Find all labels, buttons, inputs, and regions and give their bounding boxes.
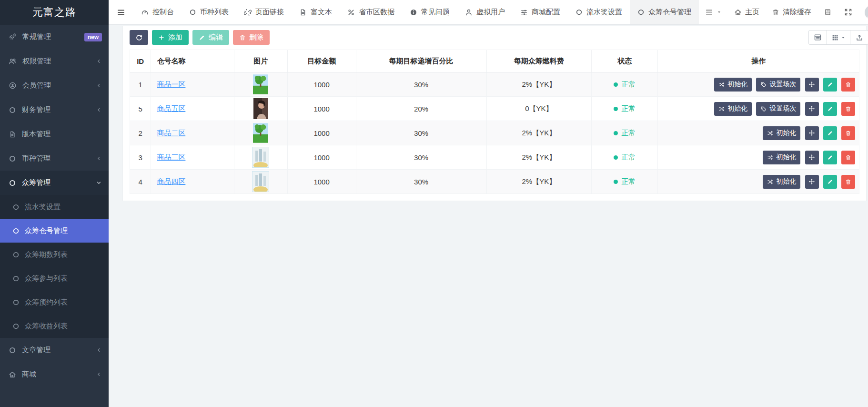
- cell-id: 5: [130, 97, 151, 121]
- sidebar-toggle-button[interactable]: [109, 0, 133, 24]
- move-button[interactable]: [805, 78, 819, 92]
- cell-target: 1000: [287, 121, 356, 145]
- warehouse-name-link[interactable]: 商品五区: [157, 104, 185, 112]
- sidebar-item-finance[interactable]: 财务管理: [0, 98, 109, 122]
- row-delete-button[interactable]: [841, 126, 855, 140]
- tab-richtext[interactable]: 富文本: [292, 0, 340, 24]
- row-edit-button[interactable]: [823, 78, 837, 92]
- main-area: 控制台 币种列表 页面链接 富文本 省市区数据: [109, 0, 868, 407]
- row-edit-button[interactable]: [823, 175, 837, 189]
- sidebar-item-members[interactable]: 会员管理: [0, 73, 109, 98]
- init-button[interactable]: 初始化: [763, 151, 800, 164]
- sidebar-item-shop[interactable]: 商城: [0, 362, 109, 387]
- move-icon: [808, 130, 815, 136]
- grid-icon: [831, 34, 839, 41]
- row-edit-button[interactable]: [823, 151, 837, 164]
- move-button[interactable]: [805, 151, 819, 164]
- set-session-button[interactable]: 设置场次: [756, 102, 800, 116]
- row-edit-button[interactable]: [823, 102, 837, 116]
- trash-icon: [772, 9, 779, 16]
- circle-icon: [12, 299, 20, 306]
- edit-button[interactable]: 编辑: [192, 30, 229, 45]
- tab-warehouse[interactable]: 众筹仓号管理: [630, 0, 699, 24]
- app-window: 元富之路 常规管理 new 权限管理 会员管理 财务管理: [0, 0, 868, 407]
- tab-flow-prize[interactable]: 流水奖设置: [568, 0, 630, 24]
- cell-fee: 2%【YK】: [486, 170, 591, 194]
- table-row: 1 商品一区 1000 30% 2%【YK】 正常 初始化 设置场次: [130, 72, 859, 97]
- toolbar-right-group: [808, 30, 868, 45]
- columns-dropdown-button[interactable]: [827, 30, 850, 45]
- row-edit-button[interactable]: [823, 126, 837, 140]
- avatar: [865, 5, 868, 20]
- sidebar-item-general[interactable]: 常规管理 new: [0, 25, 109, 49]
- sidebar-item-crowdfund[interactable]: 众筹管理: [0, 171, 109, 195]
- warehouse-name-link[interactable]: 商品三区: [157, 153, 185, 161]
- warehouse-name-link[interactable]: 商品一区: [157, 80, 185, 88]
- tab-console[interactable]: 控制台: [133, 0, 182, 24]
- cell-fee: 2%【YK】: [486, 72, 591, 97]
- add-button[interactable]: 添加: [152, 30, 189, 45]
- refresh-icon: [135, 34, 143, 41]
- init-button[interactable]: 初始化: [714, 78, 752, 92]
- sidebar-subitem-warehouse[interactable]: 众筹仓号管理: [0, 219, 109, 243]
- row-delete-button[interactable]: [841, 78, 855, 92]
- tab-virtual-users[interactable]: 虚拟用户: [457, 0, 513, 24]
- sidebar-subitem-reservation[interactable]: 众筹预约列表: [0, 290, 109, 314]
- sidebar-subitem-flow-prize[interactable]: 流水奖设置: [0, 195, 109, 219]
- table-row: 3 商品三区 1000 30% 2%【YK】 正常 初始化: [130, 145, 859, 170]
- status-dot: [614, 180, 618, 184]
- fullscreen-button[interactable]: [838, 0, 858, 24]
- sidebar-subitem-participation[interactable]: 众筹参与列表: [0, 266, 109, 290]
- brand-logo: 元富之路: [0, 0, 109, 25]
- sidebar-section-crowdfund: 众筹管理 流水奖设置 众筹仓号管理 众筹期数列表: [0, 171, 109, 338]
- warehouse-thumbnail: [252, 147, 269, 167]
- cell-target: 1000: [287, 145, 356, 170]
- pencil-icon: [827, 130, 833, 136]
- tab-page-links[interactable]: 页面链接: [236, 0, 292, 24]
- init-button[interactable]: 初始化: [763, 175, 800, 189]
- move-button[interactable]: [805, 102, 819, 116]
- cell-percent: 30%: [356, 170, 486, 194]
- admin-menu[interactable]: Admin: [858, 0, 868, 24]
- tab-faq[interactable]: 常见问题: [402, 0, 457, 24]
- tab-coin-list[interactable]: 币种列表: [182, 0, 236, 24]
- sidebar-subitem-earnings[interactable]: 众筹收益列表: [0, 314, 109, 338]
- sidebar-item-label: 权限管理: [22, 57, 51, 66]
- move-button[interactable]: [805, 175, 819, 189]
- sidebar-item-coins[interactable]: 币种管理: [0, 146, 109, 171]
- row-delete-button[interactable]: [841, 151, 855, 164]
- pencil-icon: [199, 34, 205, 41]
- document-icon: [299, 9, 307, 16]
- col-id: ID: [130, 50, 151, 72]
- tab-list-dropdown-button[interactable]: [699, 0, 728, 24]
- clear-cache-button[interactable]: 清除缓存: [766, 0, 818, 24]
- cell-target: 1000: [287, 170, 356, 194]
- file-icon: [9, 131, 16, 138]
- move-icon: [808, 105, 815, 112]
- warehouse-name-link[interactable]: 商品二区: [157, 129, 185, 137]
- sidebar-item-articles[interactable]: 文章管理: [0, 338, 109, 362]
- sidebar-item-permissions[interactable]: 权限管理: [0, 49, 109, 73]
- row-delete-button[interactable]: [841, 175, 855, 189]
- move-button[interactable]: [805, 126, 819, 140]
- warehouse-name-link[interactable]: 商品四区: [157, 177, 185, 185]
- delete-button[interactable]: 删除: [233, 30, 270, 45]
- sidebar-item-versions[interactable]: 版本管理: [0, 122, 109, 146]
- dashboard-icon: [141, 9, 149, 16]
- circle-icon: [9, 346, 16, 354]
- log-button[interactable]: [818, 0, 838, 24]
- set-session-button[interactable]: 设置场次: [756, 78, 800, 92]
- shuffle-icon: [718, 106, 725, 112]
- sidebar-subitem-periods[interactable]: 众筹期数列表: [0, 243, 109, 266]
- toggle-detail-button[interactable]: [808, 30, 827, 45]
- tab-region-data[interactable]: 省市区数据: [340, 0, 402, 24]
- export-button[interactable]: [850, 30, 868, 45]
- init-button[interactable]: 初始化: [763, 126, 800, 140]
- circle-icon: [9, 155, 16, 163]
- row-delete-button[interactable]: [841, 102, 855, 116]
- refresh-button[interactable]: [130, 30, 148, 45]
- tab-shop-config[interactable]: 商城配置: [513, 0, 568, 24]
- sidebar-item-label: 常规管理: [22, 32, 51, 41]
- home-link[interactable]: 主页: [728, 0, 766, 24]
- init-button[interactable]: 初始化: [714, 102, 752, 116]
